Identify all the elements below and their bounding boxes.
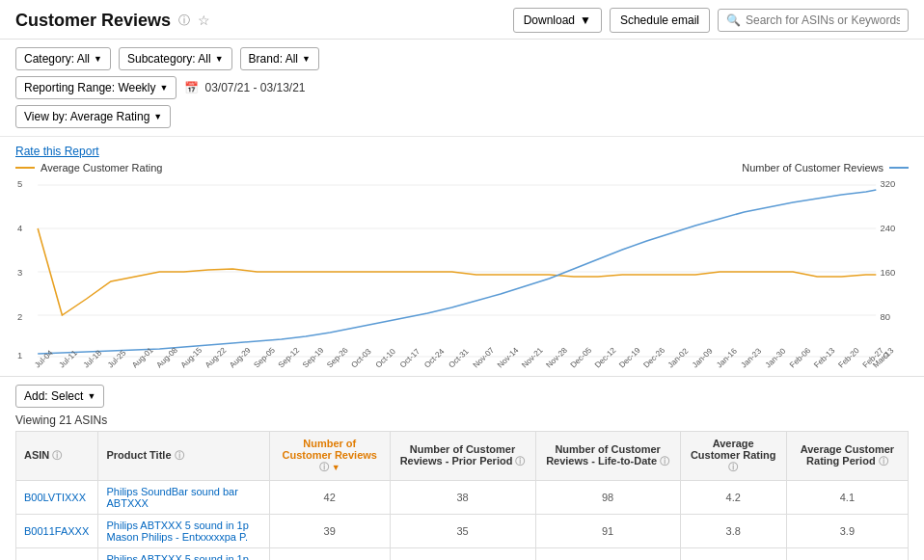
product-cell[interactable]: Philips ABTXXX 5 sound in 1p Mason Phili… (98, 515, 269, 548)
info-icon[interactable]: ⓘ (178, 13, 190, 29)
table-row: B001JSCXXX Philips ABTXXX 5 sound in 1p … (16, 548, 909, 561)
info-icon[interactable]: ⓘ (319, 462, 329, 472)
brand-filter[interactable]: Brand: All ▼ (240, 47, 319, 70)
info-icon[interactable]: ⓘ (728, 462, 738, 472)
svg-text:Jan-30: Jan-30 (764, 347, 788, 370)
ltd-cell: 98 (535, 481, 680, 515)
ltd-cell: 91 (535, 515, 680, 548)
viewing-label: Viewing 21 ASINs (15, 413, 909, 427)
avg-rating-cell: 4.2 (680, 481, 786, 515)
avg-period-cell: 4.1 (786, 481, 908, 515)
ltd-cell: 84 (535, 548, 680, 561)
svg-text:Feb-20: Feb-20 (836, 346, 861, 369)
svg-text:Dec-19: Dec-19 (617, 346, 642, 370)
svg-text:Sep-26: Sep-26 (325, 346, 350, 370)
col-product[interactable]: Product Title ⓘ (98, 432, 269, 481)
chevron-down-icon: ▼ (160, 83, 169, 93)
product-cell[interactable]: Philips ABTXXX 5 sound in 1p Mason Phili… (98, 548, 269, 561)
svg-text:4: 4 (17, 224, 22, 233)
info-icon[interactable]: ⓘ (515, 456, 525, 467)
col-reviews[interactable]: Number of Customer Reviews ⓘ ▼ (269, 432, 390, 481)
svg-text:Oct-03: Oct-03 (349, 347, 373, 369)
prior-cell: 29 (390, 548, 535, 561)
svg-text:Nov-28: Nov-28 (544, 346, 569, 370)
svg-text:320: 320 (881, 179, 896, 189)
chevron-down-icon: ▼ (302, 54, 311, 64)
calendar-icon: 📅 (184, 81, 199, 94)
svg-text:Oct-10: Oct-10 (374, 347, 398, 369)
view-by-filter[interactable]: View by: Average Rating ▼ (15, 105, 171, 128)
col-ltd[interactable]: Number of Customer Reviews - Life-to-Dat… (535, 432, 680, 481)
prior-cell: 35 (390, 515, 535, 548)
data-table-wrapper: ASIN ⓘ Product Title ⓘ Number of Custome… (15, 431, 909, 560)
svg-text:80: 80 (881, 312, 891, 322)
add-select-button[interactable]: Add: Select ▼ (15, 385, 104, 408)
svg-text:Dec-26: Dec-26 (641, 346, 666, 370)
svg-text:160: 160 (881, 268, 896, 278)
data-table: ASIN ⓘ Product Title ⓘ Number of Custome… (15, 431, 909, 560)
svg-text:1: 1 (17, 351, 22, 360)
category-filter[interactable]: Category: All ▼ (15, 47, 111, 70)
info-icon[interactable]: ⓘ (879, 456, 888, 467)
avg-period-cell: 3.7 (786, 548, 908, 561)
svg-text:Oct-24: Oct-24 (422, 347, 447, 369)
svg-text:3: 3 (17, 268, 22, 278)
schedule-email-button[interactable]: Schedule email (610, 8, 710, 33)
svg-text:2: 2 (17, 312, 22, 322)
reviews-cell: 39 (269, 515, 390, 548)
asin-cell[interactable]: B00LVTIXXX (16, 481, 98, 515)
asin-cell[interactable]: B001JSCXXX (16, 548, 98, 561)
svg-text:Dec-12: Dec-12 (593, 346, 618, 370)
chevron-down-icon: ▼ (153, 112, 162, 121)
star-icon[interactable]: ☆ (198, 13, 210, 28)
chevron-down-icon: ▼ (215, 54, 224, 64)
svg-text:Nov-07: Nov-07 (472, 346, 497, 370)
col-prior[interactable]: Number of Customer Reviews - Prior Perio… (390, 432, 535, 481)
orange-line-icon (15, 167, 35, 169)
chevron-down-icon: ▼ (94, 54, 102, 64)
svg-text:5: 5 (17, 179, 22, 189)
avg-rating-cell: 3.8 (680, 515, 786, 548)
avg-rating-cell: 3.6 (680, 548, 786, 561)
table-row: B00LVTIXXX Philips SoundBar sound bar AB… (16, 481, 909, 515)
svg-text:Jan-16: Jan-16 (715, 347, 739, 370)
info-icon[interactable]: ⓘ (52, 450, 62, 461)
rate-report-link[interactable]: Rate this Report (15, 145, 909, 158)
info-icon[interactable]: ⓘ (660, 456, 669, 467)
svg-text:Jul-04: Jul-04 (33, 348, 55, 369)
search-box: 🔍 (718, 9, 909, 32)
col-avg-period[interactable]: Average Customer Rating Period ⓘ (786, 432, 908, 481)
svg-text:Aug-29: Aug-29 (228, 346, 253, 370)
product-cell[interactable]: Philips SoundBar sound bar ABTXXX (98, 481, 269, 515)
svg-text:Sep-05: Sep-05 (252, 346, 277, 370)
subcategory-filter[interactable]: Subcategory: All ▼ (119, 47, 232, 70)
svg-text:Oct-31: Oct-31 (447, 347, 471, 369)
table-row: B0011FAXXX Philips ABTXXX 5 sound in 1p … (16, 515, 909, 548)
chevron-down-icon: ▼ (87, 391, 95, 401)
svg-text:Nov-14: Nov-14 (496, 346, 521, 370)
svg-text:Sep-19: Sep-19 (301, 346, 326, 370)
search-input[interactable] (746, 13, 900, 27)
svg-text:Sep-12: Sep-12 (277, 346, 302, 370)
info-icon[interactable]: ⓘ (175, 450, 184, 461)
svg-text:Jan-23: Jan-23 (739, 347, 763, 370)
search-icon: 🔍 (726, 13, 741, 27)
prior-cell: 38 (390, 481, 535, 515)
asin-cell[interactable]: B0011FAXXX (16, 515, 98, 548)
col-asin[interactable]: ASIN ⓘ (16, 432, 98, 481)
svg-text:Jan-02: Jan-02 (666, 347, 691, 370)
legend-orange: Average Customer Rating (15, 162, 162, 173)
svg-text:Aug-22: Aug-22 (204, 346, 229, 370)
reviews-cell: 42 (269, 481, 390, 515)
svg-text:Dec-05: Dec-05 (569, 346, 594, 370)
sort-icon: ▼ (332, 463, 340, 472)
download-button[interactable]: Download ▼ (513, 8, 602, 33)
svg-text:Feb-13: Feb-13 (812, 346, 837, 369)
col-avg-rating[interactable]: Average Customer Rating ⓘ (680, 432, 786, 481)
reporting-range-filter[interactable]: Reporting Range: Weekly ▼ (15, 76, 177, 99)
chart-area: 5 4 3 2 1 Average Customer Rating 320 24… (15, 175, 909, 368)
avg-period-cell: 3.9 (786, 515, 908, 548)
svg-text:Nov-21: Nov-21 (520, 346, 545, 370)
legend-blue: Number of Customer Reviews (742, 162, 909, 173)
svg-text:240: 240 (881, 224, 896, 233)
